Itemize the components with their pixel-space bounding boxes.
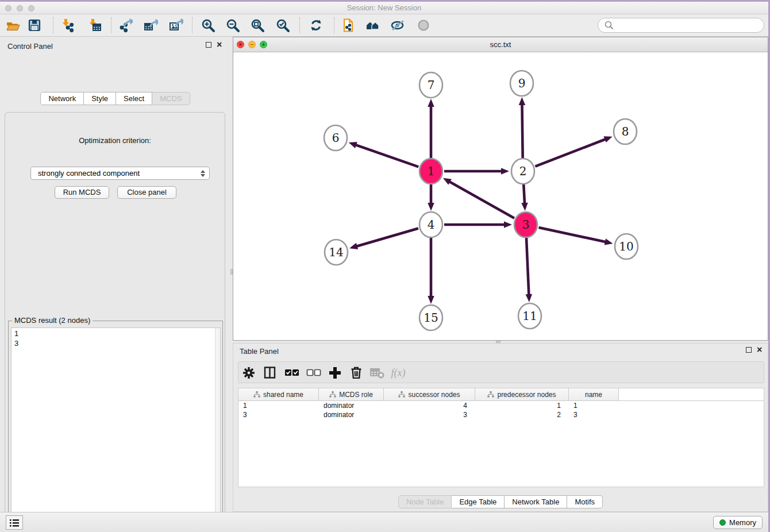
table-cell[interactable]: 2 [475,410,569,419]
export-table-icon[interactable] [141,16,160,34]
node-table: shared name MCDS role successor nodes pr… [238,388,764,487]
open-session-icon[interactable] [3,16,22,34]
toolbar-separator [111,17,111,33]
import-network-icon[interactable] [58,16,78,34]
network-window-titlebar[interactable]: × – + scc.txt [233,37,768,52]
import-table-icon[interactable] [85,16,105,34]
graph-node-4[interactable]: 4 [419,212,442,237]
tab-node-table[interactable]: Node Table [398,495,452,508]
close-panel-button[interactable]: Close panel [117,186,176,199]
show-columns-icon[interactable] [261,365,279,380]
window-title: Session: New Session [0,2,768,14]
export-image-icon[interactable] [166,16,186,34]
network-canvas[interactable]: 7968124314101511 [233,52,768,340]
control-panel-tabs: NetworkStyleSelectMCDS [40,92,190,105]
run-mcds-button[interactable]: Run MCDS [55,186,109,199]
minimize-view-button[interactable]: – [248,41,256,48]
close-panel-icon[interactable]: × [217,42,222,48]
search-box[interactable] [598,18,764,33]
zoom-selected-icon[interactable] [273,16,292,34]
close-window-button[interactable] [5,5,11,11]
toolbar-separator [299,17,300,33]
graph-node-2[interactable]: 2 [511,159,534,184]
graph-edge-4-3[interactable] [444,221,512,228]
table-cell[interactable]: 3 [569,410,619,419]
criterion-value: strongly connected component [38,169,140,178]
graph-node-11[interactable]: 11 [518,303,541,329]
graph-edge-1-2[interactable] [444,168,509,175]
clone-network-icon[interactable] [338,16,357,34]
column-header-predecessor-nodes[interactable]: predecessor nodes [475,388,569,400]
table-cell[interactable]: 3 [238,410,319,419]
result-scrollbar[interactable] [215,328,220,532]
graph-edge-2-3[interactable] [521,184,528,211]
table-row[interactable]: 3dominator323 [238,410,764,419]
graph-edge-1-6[interactable] [349,142,419,167]
zoom-fit-icon[interactable] [248,16,267,34]
float-panel-icon[interactable] [206,42,211,48]
graph-edge-2-9[interactable] [519,97,525,158]
select-all-checkboxes-icon[interactable] [283,365,301,380]
graph-node-1[interactable]: 1 [419,159,442,184]
table-cell[interactable]: 3 [384,410,475,419]
app-titlebar: Session: New Session [0,2,768,14]
deselect-all-checkboxes-icon[interactable] [305,365,322,380]
column-header-successor-nodes[interactable]: successor nodes [384,388,475,400]
task-history-button[interactable] [6,515,23,530]
eye-slash-icon[interactable] [388,16,407,34]
graph-edge-4-15[interactable] [428,238,434,304]
graph-node-9[interactable]: 9 [510,71,533,96]
table-cell[interactable]: 1 [569,401,619,410]
tab-edge-table[interactable]: Edge Table [452,495,505,508]
table-cell[interactable]: 1 [475,401,569,410]
zoom-out-icon[interactable] [223,16,242,34]
export-network-icon[interactable] [116,16,135,34]
memory-button[interactable]: Memory [713,516,763,529]
mcds-result-text[interactable]: 1 3 [11,327,221,532]
graph-edge-2-8[interactable] [535,136,612,166]
minimize-window-button[interactable] [17,5,23,11]
table-cell[interactable]: 1 [238,401,319,410]
tab-mcds[interactable]: MCDS [152,92,190,105]
tab-style[interactable]: Style [84,92,116,105]
graph-node-14[interactable]: 14 [325,240,348,265]
graph-edge-3-11[interactable] [526,238,532,302]
tab-network[interactable]: Network [40,92,84,105]
table-cell[interactable]: dominator [319,401,384,410]
table-cell[interactable]: 4 [384,401,475,410]
graph-edge-3-10[interactable] [538,228,613,245]
table-cell[interactable]: dominator [319,410,384,419]
column-header-MCDS-role[interactable]: MCDS role [319,388,384,400]
table-settings-gear-icon[interactable] [240,365,257,380]
houses-icon[interactable] [363,16,383,34]
float-table-panel-icon[interactable] [746,347,752,353]
search-input[interactable] [617,20,764,31]
table-row[interactable]: 1dominator411 [238,401,764,410]
close-view-button[interactable]: × [237,41,244,48]
tab-motifs[interactable]: Motifs [567,495,603,508]
close-table-panel-icon[interactable]: × [757,347,762,353]
column-header-shared-name[interactable]: shared name [238,388,319,400]
graph-edge-1-4[interactable] [428,184,434,211]
graph-node-6[interactable]: 6 [324,125,347,151]
maximize-view-button[interactable]: + [260,41,267,48]
graph-edge-4-14[interactable] [349,228,418,249]
graph-node-3[interactable]: 3 [514,212,537,237]
graph-node-7[interactable]: 7 [419,72,442,98]
function-builder-icon: f(x) [390,365,407,380]
graph-edge-1-7[interactable] [428,99,434,158]
apply-layout-icon[interactable] [306,16,326,34]
column-header-name[interactable]: name [569,388,619,400]
tab-select[interactable]: Select [116,92,152,105]
graph-edge-3-1[interactable] [443,178,514,218]
zoom-in-icon[interactable] [198,16,218,34]
maximize-window-button[interactable] [28,5,34,11]
graph-node-8[interactable]: 8 [614,119,637,144]
tab-network-table[interactable]: Network Table [505,495,567,508]
graph-node-10[interactable]: 10 [615,234,638,259]
add-column-icon[interactable] [326,365,344,380]
criterion-dropdown[interactable]: strongly connected component [30,167,210,180]
save-session-icon[interactable] [25,16,44,34]
graph-node-15[interactable]: 15 [419,305,442,330]
delete-column-icon[interactable] [348,365,365,380]
